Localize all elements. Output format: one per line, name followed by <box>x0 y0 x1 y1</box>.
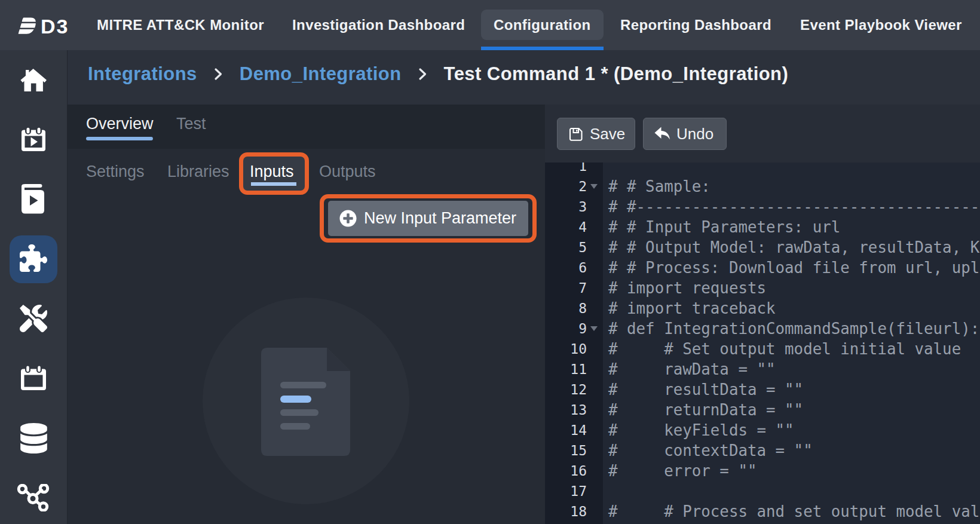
breadcrumb: Integrations Demo_Integration Test Comma… <box>68 50 980 105</box>
code-editor-panel: Save Undo 1 2# # Sample: 3# #-----------… <box>545 105 980 524</box>
nav-item-reporting-dashboard[interactable]: Reporting Dashboard <box>620 0 771 50</box>
sidebar-item-event-playbooks[interactable] <box>10 117 57 164</box>
code-line: 12# resultData = "" <box>545 379 980 400</box>
code-line: 1 <box>545 163 980 176</box>
undo-button-label: Undo <box>676 125 713 143</box>
integrations-puzzle-icon <box>20 244 47 274</box>
plus-circle-icon <box>339 210 357 227</box>
new-input-parameter-label: New Input Parameter <box>364 209 516 228</box>
code-line: 11# rawData = "" <box>545 359 980 379</box>
code-line: 4# # Input Parameters: url <box>545 217 980 237</box>
empty-document-icon <box>261 348 350 456</box>
sidebar-item-schedules[interactable] <box>10 356 57 403</box>
utility-tools-icon <box>20 305 47 335</box>
playbook-book-icon <box>22 184 45 216</box>
sidebar-item-data-management[interactable] <box>10 415 57 463</box>
chevron-right-icon <box>214 67 223 81</box>
sidebar-item-integrations[interactable] <box>10 235 57 283</box>
event-playbook-calendar-icon <box>21 127 46 154</box>
sidebar-item-home[interactable] <box>10 57 57 105</box>
breadcrumb-current-page: Test Command 1 * (Demo_Integration) <box>444 63 789 85</box>
nav-item-configuration[interactable]: Configuration <box>494 0 591 50</box>
chevron-right-icon <box>418 67 427 81</box>
code-line: 7# import requests <box>545 278 980 298</box>
nav-item-investigation-dashboard[interactable]: Investigation Dashboard <box>292 0 465 50</box>
code-line: 14# keyFields = "" <box>545 420 980 440</box>
code-line: 6# # Process: Download file from url, up… <box>545 258 980 278</box>
home-icon <box>20 67 47 94</box>
code-line: 10# # Set output model initial value <box>545 339 980 359</box>
subtab-libraries[interactable]: Libraries <box>167 149 229 194</box>
sidebar-item-utility-commands[interactable] <box>10 296 57 344</box>
save-floppy-icon <box>568 126 584 142</box>
tab-bar: Overview Test <box>68 105 545 149</box>
save-button-label: Save <box>590 125 625 143</box>
code-line: 13# returnData = "" <box>545 400 980 420</box>
nav-item-mitre-attack-monitor[interactable]: MITRE ATT&CK Monitor <box>97 0 264 50</box>
code-line: 2# # Sample: <box>545 176 980 197</box>
code-line: 3# #------------------------------------… <box>545 197 980 217</box>
subtab-inputs-underline <box>251 182 296 186</box>
code-editor[interactable]: 1 2# # Sample: 3# #---------------------… <box>545 163 980 524</box>
fold-collapse-icon[interactable] <box>590 184 598 189</box>
undo-arrow-icon <box>654 126 670 142</box>
subtab-inputs[interactable]: Inputs <box>250 149 294 194</box>
undo-button[interactable]: Undo <box>643 118 727 150</box>
tab-overview-underline <box>86 137 153 140</box>
code-line: 5# # Output Model: rawData, resultData, … <box>545 237 980 258</box>
command-overview-panel: Overview Test Settings Libraries Inputs … <box>68 105 545 524</box>
code-line: 9# def IntegrationCommandSample(fileurl)… <box>545 318 980 339</box>
fold-collapse-icon[interactable] <box>590 326 598 331</box>
breadcrumb-link-integrations[interactable]: Integrations <box>88 63 197 85</box>
share-nodes-icon <box>17 484 50 514</box>
subtab-settings[interactable]: Settings <box>86 149 145 194</box>
sidebar <box>0 50 68 524</box>
code-line: 8# import traceback <box>545 298 980 318</box>
code-line: 16# error = "" <box>545 461 980 481</box>
editor-toolbar: Save Undo <box>545 105 980 163</box>
save-button[interactable]: Save <box>557 118 635 150</box>
sidebar-item-link-analysis[interactable] <box>10 475 57 523</box>
code-line: 18# # Process and set output model value… <box>545 501 980 522</box>
breadcrumb-link-demo-integration[interactable]: Demo_Integration <box>240 63 402 85</box>
code-line: 15# contextData = "" <box>545 440 980 461</box>
sidebar-item-playbooks[interactable] <box>10 176 57 224</box>
svg-text:D3: D3 <box>41 15 69 38</box>
calendar-icon <box>20 365 47 394</box>
tab-test[interactable]: Test <box>176 105 206 143</box>
subtab-outputs[interactable]: Outputs <box>319 149 376 194</box>
d3-logo: D3 <box>20 16 91 36</box>
database-icon <box>20 423 47 456</box>
nav-item-event-playbook-viewer[interactable]: Event Playbook Viewer <box>800 0 962 50</box>
code-line: 17 <box>545 481 980 501</box>
new-input-parameter-button[interactable]: New Input Parameter <box>328 201 528 236</box>
top-nav: D3 MITRE ATT&CK Monitor Investigation Da… <box>0 0 980 50</box>
